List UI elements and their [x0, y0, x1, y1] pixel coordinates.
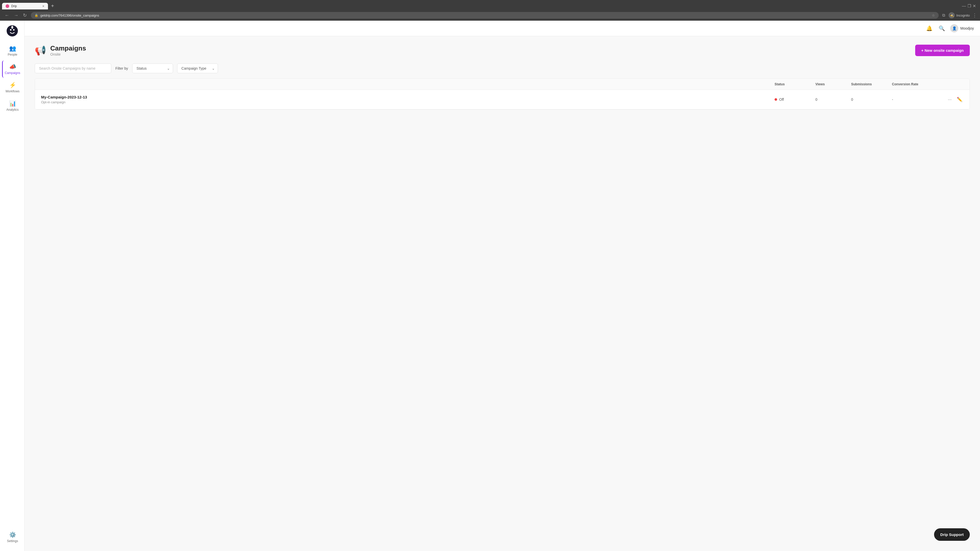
- lock-icon: 🔒: [35, 14, 38, 17]
- col-header-status[interactable]: Status: [775, 82, 815, 86]
- window-close-button[interactable]: ✕: [973, 3, 976, 8]
- sidebar-label-people: People: [8, 53, 17, 56]
- sidebar-logo[interactable]: [6, 25, 18, 37]
- address-bar[interactable]: 🔒 getdrip.com/7641396/onsite_campaigns ☆: [31, 12, 939, 19]
- browser-nav-buttons: ← → ↻: [3, 12, 28, 19]
- window-restore-button[interactable]: ❐: [967, 3, 971, 8]
- incognito-label: Incognito: [956, 14, 970, 17]
- svg-point-2: [13, 29, 14, 30]
- app-header: 🔔 🔍 👤 Moodjoy: [24, 21, 980, 36]
- sidebar-label-analytics: Analytics: [6, 108, 19, 111]
- page-title: Campaigns: [50, 44, 86, 52]
- status-filter-wrapper: Status On Off: [132, 64, 173, 73]
- campaign-type-filter-wrapper: Campaign Type Opt-in campaign: [177, 64, 218, 73]
- user-avatar: 👤: [950, 24, 958, 32]
- new-onsite-campaign-button[interactable]: + New onsite campaign: [915, 44, 970, 56]
- browser-tab-bar: Drip × + — ❐ ✕: [0, 0, 980, 10]
- incognito-badge: 🕵 Incognito: [948, 12, 970, 18]
- submissions-value: 0: [851, 97, 892, 102]
- back-button[interactable]: ←: [3, 12, 11, 19]
- col-header-actions: [938, 82, 963, 86]
- tab-title: Drip: [11, 4, 40, 8]
- incognito-icon: 🕵: [948, 12, 955, 18]
- search-wrapper: [35, 64, 111, 73]
- conversion-rate-value: -: [892, 97, 938, 102]
- table-row: My-Campaign-2023-12-13 Opt-in campaign O…: [35, 90, 969, 110]
- svg-point-1: [10, 29, 11, 30]
- search-button[interactable]: 🔍: [938, 24, 946, 32]
- tab-close-button[interactable]: ×: [42, 4, 45, 8]
- sidebar-item-people[interactable]: 👥 People: [2, 42, 22, 59]
- people-icon: 👥: [9, 45, 16, 52]
- sidebar-item-workflows[interactable]: ⚡ Workflows: [2, 79, 22, 96]
- new-campaign-label: + New onsite campaign: [921, 48, 964, 52]
- page-content: 📢 Campaigns Onsite + New onsite campaign…: [24, 36, 980, 551]
- sidebar-label-settings: Settings: [7, 539, 18, 543]
- sidebar-bottom: ⚙️ Settings: [2, 529, 22, 547]
- user-menu[interactable]: 👤 Moodjoy: [950, 24, 974, 32]
- views-value: 0: [815, 97, 851, 102]
- settings-icon: ⚙️: [9, 532, 16, 538]
- active-tab[interactable]: Drip ×: [2, 3, 48, 10]
- campaign-search-input[interactable]: [35, 64, 111, 73]
- status-dot: [775, 98, 777, 101]
- window-minimize-button[interactable]: —: [962, 4, 966, 8]
- browser-menu-button[interactable]: ⋮: [972, 13, 977, 18]
- col-header-conversion-rate[interactable]: Conversion Rate: [892, 82, 938, 86]
- sidebar-label-workflows: Workflows: [5, 89, 19, 93]
- user-name: Moodjoy: [960, 26, 974, 30]
- filter-by-label: Filter by: [115, 66, 128, 70]
- sidebar-item-campaigns[interactable]: 📣 Campaigns: [2, 60, 22, 78]
- sidebar-item-analytics[interactable]: 📊 Analytics: [2, 97, 22, 114]
- browser-toolbar-right: ⧉ 🕵 Incognito ⋮: [941, 12, 977, 19]
- status-text: Off: [779, 97, 784, 102]
- tab-favicon: [6, 4, 9, 8]
- refresh-button[interactable]: ↻: [21, 12, 28, 19]
- url-text: getdrip.com/7641396/onsite_campaigns: [40, 14, 930, 17]
- drip-support-label: Drip Support: [940, 532, 964, 537]
- table-body: My-Campaign-2023-12-13 Opt-in campaign O…: [35, 90, 969, 110]
- drip-support-button[interactable]: Drip Support: [934, 528, 970, 541]
- page-subtitle: Onsite: [50, 52, 86, 56]
- edit-campaign-button[interactable]: ✏️: [956, 96, 963, 103]
- col-header-views[interactable]: Views: [815, 82, 851, 86]
- notification-button[interactable]: 🔔: [925, 24, 934, 32]
- campaigns-table: Status Views Submissions Conversion Rate…: [35, 78, 970, 110]
- main-content: 🔔 🔍 👤 Moodjoy 📢 Campaigns Onsite: [24, 21, 980, 551]
- filters-bar: Filter by Status On Off Campaign Type Op…: [35, 64, 970, 73]
- page-title-icon: 📢: [35, 45, 46, 56]
- sidebar: 👥 People 📣 Campaigns ⚡ Workflows 📊 Analy…: [0, 21, 24, 551]
- sidebar-nav: 👥 People 📣 Campaigns ⚡ Workflows 📊 Analy…: [2, 42, 22, 116]
- row-actions: ··· ✏️: [938, 96, 963, 103]
- browser-controls-bar: ← → ↻ 🔒 getdrip.com/7641396/onsite_campa…: [0, 10, 980, 21]
- campaign-name-cell: My-Campaign-2023-12-13 Opt-in campaign: [41, 95, 775, 104]
- campaign-name[interactable]: My-Campaign-2023-12-13: [41, 95, 775, 99]
- sidebar-label-campaigns: Campaigns: [5, 71, 21, 75]
- extensions-button[interactable]: ⧉: [941, 12, 946, 19]
- status-cell: Off: [775, 97, 815, 102]
- new-tab-button[interactable]: +: [49, 2, 56, 10]
- more-options-button[interactable]: ···: [947, 96, 953, 103]
- forward-button[interactable]: →: [12, 12, 20, 19]
- workflows-icon: ⚡: [9, 82, 16, 89]
- col-header-name: [41, 82, 775, 86]
- col-header-submissions[interactable]: Submissions: [851, 82, 892, 86]
- table-header: Status Views Submissions Conversion Rate: [35, 79, 969, 90]
- page-header: 📢 Campaigns Onsite + New onsite campaign: [35, 44, 970, 56]
- sidebar-item-settings[interactable]: ⚙️ Settings: [2, 529, 22, 546]
- campaigns-icon: 📣: [9, 64, 16, 70]
- page-title-text: Campaigns Onsite: [50, 44, 86, 56]
- analytics-icon: 📊: [9, 100, 16, 107]
- campaign-type-filter-select[interactable]: Campaign Type Opt-in campaign: [177, 64, 218, 73]
- browser-chrome: Drip × + — ❐ ✕ ← → ↻ 🔒 getdrip.com/76413…: [0, 0, 980, 21]
- svg-point-3: [11, 26, 13, 29]
- page-title-area: 📢 Campaigns Onsite: [35, 44, 86, 56]
- bookmark-icon[interactable]: ☆: [932, 13, 935, 17]
- campaign-type: Opt-in campaign: [41, 100, 775, 104]
- status-filter-select[interactable]: Status On Off: [132, 64, 173, 73]
- app-container: 👥 People 📣 Campaigns ⚡ Workflows 📊 Analy…: [0, 21, 980, 551]
